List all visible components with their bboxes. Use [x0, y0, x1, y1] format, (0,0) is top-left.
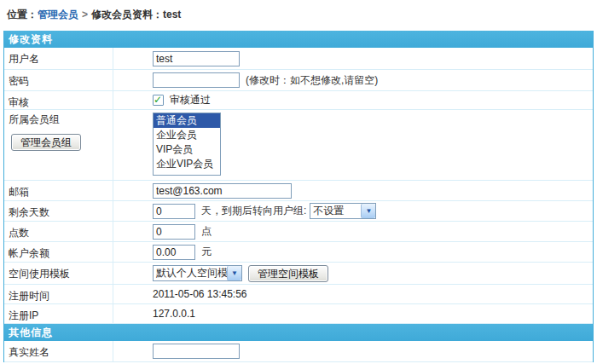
chevron-down-icon[interactable]: ▼: [227, 266, 241, 280]
points-suffix: 点: [201, 224, 212, 239]
member-group-label: 所属会员组: [9, 113, 109, 127]
row-remaining-days: 剩余天数 天，到期后转向用户组: 不设置 ▼: [4, 201, 593, 222]
expiry-group-select-value: 不设置: [310, 204, 361, 218]
row-password: 密码 (修改时：如不想修改,请留空): [4, 70, 593, 91]
password-note: (修改时：如不想修改,请留空): [246, 73, 378, 88]
row-username: 用户名: [4, 48, 593, 70]
row-real-name: 真实姓名: [4, 341, 593, 362]
audit-checkbox[interactable]: [153, 95, 164, 106]
member-group-option[interactable]: VIP会员: [154, 142, 220, 157]
section-header-edit-profile: 修改资料: [4, 31, 593, 48]
balance-suffix: 元: [201, 245, 212, 259]
row-email: 邮箱: [4, 181, 593, 201]
space-template-select[interactable]: 默认个人空间模板 ▼: [153, 265, 242, 281]
row-balance: 帐户余额 元: [4, 242, 593, 263]
audit-label: 审核: [4, 91, 113, 109]
row-space-template: 空间使用模板 默认个人空间模板 ▼ 管理空间模板: [4, 263, 593, 285]
registration-ip-label: 注册IP: [4, 304, 113, 323]
breadcrumb-link-manage-members[interactable]: 管理会员: [38, 9, 78, 20]
real-name-label: 真实姓名: [4, 341, 113, 361]
email-input[interactable]: [153, 183, 292, 199]
password-input[interactable]: [153, 72, 240, 88]
chevron-down-icon[interactable]: ▼: [361, 204, 375, 218]
registration-ip-value: 127.0.0.1: [153, 308, 195, 320]
username-label: 用户名: [4, 48, 113, 69]
password-label: 密码: [4, 70, 113, 90]
breadcrumb-prefix: 位置：: [7, 9, 38, 20]
registration-time-value: 2011-05-06 13:45:56: [153, 288, 247, 300]
email-label: 邮箱: [4, 181, 113, 200]
balance-input[interactable]: [153, 245, 195, 260]
breadcrumb-current: 修改会员资料：test: [91, 9, 181, 20]
member-group-option[interactable]: 普通会员: [154, 113, 220, 128]
member-group-listbox[interactable]: 普通会员 企业会员 VIP会员 企业VIP会员: [153, 113, 221, 176]
edit-member-panel: 修改资料 用户名 密码 (修改时：如不想修改,请留空) 审核 审核通过 所属会员…: [3, 31, 594, 362]
registration-time-label: 注册时间: [4, 285, 113, 303]
section-header-other-info: 其他信息: [4, 324, 593, 341]
manage-member-groups-button[interactable]: 管理会员组: [11, 134, 81, 151]
points-input[interactable]: [153, 224, 195, 240]
space-template-label: 空间使用模板: [4, 263, 113, 284]
row-member-group: 所属会员组 管理会员组 普通会员 企业会员 VIP会员 企业VIP会员: [4, 110, 593, 181]
member-group-option[interactable]: 企业VIP会员: [154, 157, 220, 171]
row-registration-time: 注册时间 2011-05-06 13:45:56: [4, 285, 593, 304]
expiry-group-select[interactable]: 不设置 ▼: [310, 203, 376, 219]
row-audit: 审核 审核通过: [4, 91, 593, 110]
row-points: 点数 点: [4, 222, 593, 242]
row-registration-ip: 注册IP 127.0.0.1: [4, 304, 593, 324]
username-input[interactable]: [153, 51, 240, 66]
member-group-label-cell: 所属会员组 管理会员组: [4, 110, 113, 180]
real-name-input[interactable]: [153, 344, 240, 359]
remaining-days-input[interactable]: [153, 204, 195, 219]
manage-space-templates-button[interactable]: 管理空间模板: [248, 265, 328, 282]
remaining-days-suffix: 天，到期后转向用户组:: [201, 204, 306, 218]
remaining-days-label: 剩余天数: [4, 201, 113, 221]
balance-label: 帐户余额: [4, 242, 113, 262]
space-template-select-value: 默认个人空间模板: [154, 266, 227, 280]
breadcrumb: 位置：管理会员>修改会员资料：test: [0, 0, 597, 31]
audit-checkbox-label[interactable]: 审核通过: [170, 93, 211, 107]
member-group-option[interactable]: 企业会员: [154, 128, 220, 142]
breadcrumb-separator: >: [78, 9, 91, 20]
points-label: 点数: [4, 222, 113, 241]
